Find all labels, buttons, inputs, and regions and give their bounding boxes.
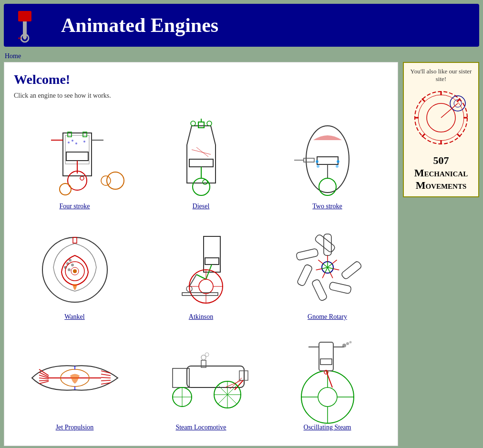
engine-image-atkinson (158, 224, 244, 310)
svg-point-29 (207, 121, 212, 126)
svg-point-25 (203, 180, 207, 184)
sister-site-text: You'll also like our sister site! (409, 68, 473, 83)
engine-link-diesel[interactable]: Diesel (193, 203, 210, 210)
svg-line-92 (39, 381, 49, 384)
svg-rect-1 (23, 21, 27, 38)
engine-cell-wankel[interactable]: Wankel (14, 220, 135, 326)
sister-site-title: 507 Mechanical Movements (409, 154, 473, 192)
engine-link-jet-propulsion[interactable]: Jet Propulsion (56, 424, 94, 431)
svg-rect-26 (198, 122, 204, 128)
welcome-title: Welcome! (14, 72, 388, 87)
svg-rect-22 (189, 159, 213, 167)
engine-cell-jet-propulsion[interactable]: Jet Propulsion (14, 330, 135, 436)
content-box: Welcome! Click an engine to see how it w… (4, 62, 398, 446)
svg-rect-7 (66, 152, 88, 161)
sidebar: You'll also like our sister site! (403, 62, 479, 446)
svg-point-47 (68, 268, 71, 271)
svg-point-116 (205, 353, 209, 356)
engine-cell-oscillating-steam[interactable]: Oscillating Steam (267, 330, 388, 436)
engine-link-steam-locomotive[interactable]: Steam Locomotive (175, 424, 226, 431)
svg-point-13 (68, 142, 70, 143)
svg-line-81 (328, 264, 332, 267)
svg-line-79 (318, 260, 323, 264)
engine-cell-diesel[interactable]: Diesel (140, 109, 262, 215)
svg-point-10 (80, 176, 84, 180)
home-link[interactable]: Home (5, 52, 21, 60)
svg-rect-68 (340, 261, 362, 280)
engine-cell-two-stroke[interactable]: Two stroke (267, 109, 388, 215)
svg-point-16 (83, 141, 85, 143)
svg-line-95 (101, 374, 111, 376)
svg-point-14 (72, 140, 73, 142)
svg-rect-33 (317, 157, 338, 164)
engine-image-two-stroke (285, 114, 370, 200)
svg-point-38 (317, 165, 319, 168)
svg-rect-0 (18, 11, 31, 21)
sister-site-box[interactable]: You'll also like our sister site! (403, 62, 479, 197)
svg-rect-74 (297, 264, 313, 286)
engine-image-steam-locomotive (158, 335, 244, 421)
svg-point-15 (75, 143, 77, 144)
svg-point-18 (101, 176, 111, 185)
svg-point-3 (23, 37, 26, 40)
engine-link-gnome-rotary[interactable]: Gnome Rotary (308, 313, 347, 321)
engine-image-four-stroke (32, 114, 118, 200)
svg-rect-70 (329, 282, 351, 294)
svg-rect-76 (296, 248, 318, 261)
engine-cell-steam-locomotive[interactable]: Steam Locomotive (140, 330, 262, 436)
svg-line-86 (323, 264, 327, 267)
svg-rect-53 (205, 258, 219, 265)
svg-point-131 (346, 342, 349, 345)
sister-site-logo-icon (410, 87, 472, 149)
engine-cell-atkinson[interactable]: Atkinson (140, 220, 262, 326)
site-title: Animated Engines (61, 14, 218, 37)
engine-link-two-stroke[interactable]: Two stroke (312, 203, 342, 210)
svg-line-30 (192, 150, 211, 154)
svg-line-96 (101, 377, 111, 378)
engine-cell-four-stroke[interactable]: Four stroke (14, 109, 135, 215)
svg-line-146 (457, 99, 460, 102)
main-layout: Welcome! Click an engine to see how it w… (0, 62, 483, 448)
svg-point-120 (318, 387, 337, 407)
svg-rect-125 (319, 342, 333, 371)
svg-line-127 (326, 371, 332, 387)
svg-line-144 (422, 99, 425, 102)
svg-point-59 (199, 279, 213, 294)
svg-rect-40 (304, 158, 314, 162)
engine-image-gnome-rotary (285, 224, 370, 310)
svg-line-145 (457, 134, 460, 137)
svg-rect-64 (182, 293, 218, 295)
nav-bar: Home (0, 51, 483, 62)
svg-rect-126 (320, 359, 332, 365)
engine-link-wankel[interactable]: Wankel (64, 313, 84, 321)
engine-link-oscillating-steam[interactable]: Oscillating Steam (304, 424, 351, 431)
svg-rect-52 (204, 236, 220, 272)
header-logo-icon (13, 9, 51, 42)
svg-point-45 (71, 264, 74, 266)
svg-rect-6 (65, 135, 89, 164)
svg-point-37 (337, 160, 339, 163)
engine-image-wankel (32, 224, 118, 310)
svg-point-39 (336, 165, 339, 168)
svg-rect-51 (73, 237, 77, 243)
svg-line-31 (196, 147, 208, 157)
svg-point-17 (107, 172, 124, 189)
svg-point-19 (60, 183, 71, 195)
svg-line-77 (316, 269, 322, 270)
engine-link-four-stroke[interactable]: Four stroke (59, 203, 90, 210)
svg-point-28 (191, 121, 195, 126)
svg-line-91 (39, 380, 49, 381)
svg-line-69 (332, 260, 337, 264)
svg-point-132 (349, 341, 351, 344)
engines-grid: Four stroke (14, 109, 388, 436)
svg-point-130 (342, 344, 346, 347)
engine-link-atkinson[interactable]: Atkinson (189, 313, 213, 321)
engine-image-diesel (158, 114, 244, 200)
engine-image-oscillating-steam (285, 335, 370, 421)
svg-rect-72 (311, 279, 328, 301)
welcome-subtitle: Click an engine to see how it works. (14, 92, 388, 100)
svg-line-147 (422, 134, 425, 137)
engine-cell-gnome-rotary[interactable]: Gnome Rotary (267, 220, 388, 326)
engine-image-jet-propulsion (32, 335, 118, 421)
site-header: Animated Engines (4, 4, 479, 47)
